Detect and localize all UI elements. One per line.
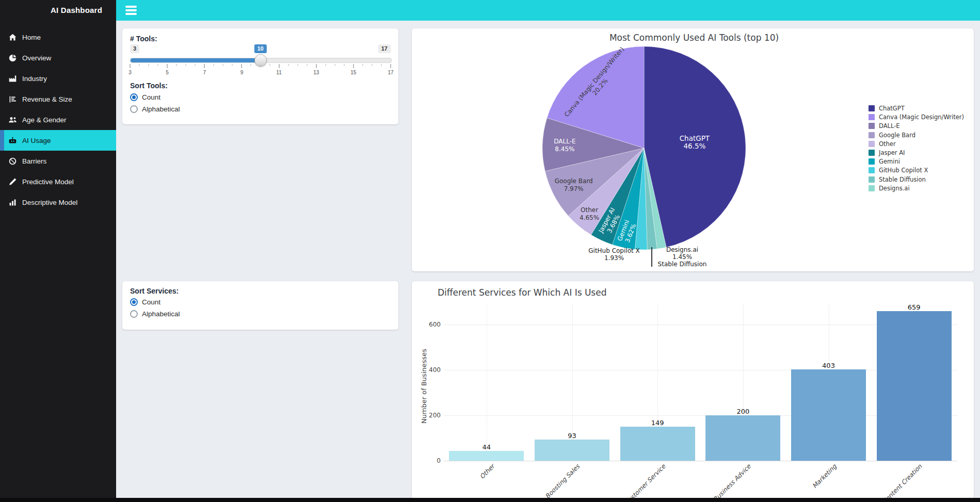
legend-label: Other: [879, 140, 896, 148]
pie-slice-label: Other4.65%: [580, 206, 599, 221]
radio-button[interactable]: [130, 310, 138, 318]
slider-tick: [204, 64, 205, 68]
sidebar-item-predictive-model[interactable]: Predictive Model: [0, 171, 116, 192]
slider-tick: [334, 64, 335, 66]
legend-item-dall-e: DALL-E: [869, 122, 900, 129]
radio-option-count[interactable]: Count: [130, 298, 160, 306]
sidebar-item-age-and-gender[interactable]: Age & Gender: [0, 109, 116, 130]
legend-swatch: [869, 105, 875, 111]
sidebar-nav: HomeOverviewIndustryRevenue & SizeAge & …: [0, 27, 116, 213]
radio-button[interactable]: [130, 298, 138, 306]
sidebar-item-label: Barriers: [22, 157, 46, 165]
slider-tick: [307, 64, 307, 66]
legend-item-canva-magic-design-writer: Canva (Magic Design/Writer): [869, 114, 964, 121]
barriers-ban-icon: [8, 157, 17, 166]
slider-tick-label: 7: [203, 70, 206, 75]
predictive-pen-icon: [8, 177, 17, 186]
y-axis-tick-label: 400: [429, 366, 441, 374]
sidebar-item-ai-usage[interactable]: AI Usage: [0, 130, 116, 151]
age-gender-icon: [8, 116, 17, 124]
bar-value-label: 93: [568, 432, 576, 440]
legend-item-jasper-ai: Jasper AI: [869, 149, 905, 156]
radio-option-count[interactable]: Count: [130, 93, 160, 101]
bar-marketing: [791, 369, 866, 461]
slider-tick: [353, 64, 354, 68]
pie-chart-card: Most Commonly Used AI Tools (top 10) Cha…: [412, 28, 974, 271]
sidebar-item-label: Overview: [22, 54, 51, 62]
sidebar-item-label: Descriptive Model: [22, 199, 77, 206]
sidebar-item-label: Home: [22, 34, 41, 41]
legend-label: ChatGPT: [879, 105, 905, 112]
slider-tick: [279, 64, 279, 68]
legend-label: DALL-E: [879, 122, 900, 129]
slider-tick-label: 17: [388, 70, 393, 75]
legend-swatch: [869, 114, 875, 120]
legend-item-chatgpt: ChatGPT: [869, 105, 905, 112]
bar-chart-ylabel: Number of Businesses: [420, 343, 428, 430]
slider-tick: [297, 64, 298, 66]
sidebar-item-label: Revenue & Size: [22, 95, 72, 103]
radio-label: Alphabetical: [142, 105, 180, 113]
slider-tick: [316, 64, 316, 68]
bottom-strip: [0, 498, 980, 502]
slider-tick: [130, 64, 131, 68]
sidebar-item-label: Industry: [22, 75, 47, 83]
legend-item-stable-diffusion: Stable Diffusion: [869, 176, 926, 183]
legend-item-google-bard: Google Bard: [869, 132, 915, 139]
app-title: AI Dashboard: [0, 0, 116, 21]
dashboard-page: AI Dashboard HomeOverviewIndustryRevenue…: [0, 0, 980, 502]
slider-tick: [251, 64, 251, 66]
slider-ticks: 357911131517: [130, 64, 391, 77]
slider-tick: [232, 64, 233, 66]
pie-external-label-github-copilot-x: GitHub Copilot X1.93%: [588, 247, 640, 262]
slider-tick: [288, 64, 288, 66]
x-axis-tick-label: Other: [478, 463, 496, 480]
sidebar-item-home[interactable]: Home: [0, 27, 116, 47]
sidebar-item-label: Predictive Model: [22, 178, 74, 186]
legend-swatch: [869, 158, 875, 165]
legend-label: Canva (Magic Design/Writer): [879, 114, 964, 121]
ai-usage-robot-icon: [8, 136, 17, 145]
legend-label: Google Bard: [879, 132, 915, 139]
sidebar-item-label: Age & Gender: [22, 116, 67, 124]
radio-option-alphabetical[interactable]: Alphabetical: [130, 310, 180, 318]
sidebar-item-barriers[interactable]: Barriers: [0, 151, 116, 171]
radio-button[interactable]: [130, 93, 138, 101]
hamburger-icon[interactable]: [125, 6, 137, 15]
legend-item-gemini: Gemini: [869, 158, 900, 165]
legend-swatch: [869, 185, 875, 191]
slider-tick: [242, 64, 242, 68]
slider-tick: [362, 64, 363, 66]
slider-fill: [131, 58, 261, 62]
radio-option-alphabetical[interactable]: Alphabetical: [130, 105, 180, 113]
slider-tick: [195, 64, 196, 66]
radio-label: Count: [142, 93, 160, 101]
legend-item-designs-ai: Designs.ai: [869, 185, 910, 192]
sidebar-item-revenue-and-size[interactable]: Revenue & Size: [0, 89, 116, 109]
x-axis-tick-label: Customer Service: [623, 463, 667, 502]
slider-value-badge: 10: [254, 44, 266, 53]
sidebar-item-overview[interactable]: Overview: [0, 47, 116, 68]
sidebar-item-industry[interactable]: Industry: [0, 68, 116, 89]
sort-services-label: Sort Services:: [130, 287, 179, 295]
radio-label: Alphabetical: [142, 310, 180, 318]
x-axis-tick-label: Business Advice: [712, 463, 752, 502]
x-axis-tick-label: Marketing: [811, 463, 838, 490]
bar-business-advice: [705, 415, 780, 461]
gridline-vertical: [487, 304, 487, 461]
overview-icon: [8, 54, 17, 62]
revenue-size-icon: [8, 95, 17, 104]
slider-tick: [223, 64, 223, 66]
y-axis-tick-label: 0: [437, 457, 441, 464]
industry-icon: [8, 74, 17, 83]
radio-button[interactable]: [130, 105, 138, 113]
bar-boosting-sales: [535, 440, 609, 461]
slider-tick: [269, 64, 270, 66]
bar-content-creation: [877, 311, 952, 461]
sidebar-item-descriptive-model[interactable]: Descriptive Model: [0, 192, 116, 213]
slider-tick: [139, 64, 140, 66]
pie-leader-line: [651, 247, 652, 267]
y-axis-tick-label: 200: [429, 412, 441, 419]
slider-tick: [158, 64, 158, 66]
pie-external-label-designs-ai-stable-diffusion: Designs.ai1.45%Stable Diffusion: [658, 246, 707, 268]
